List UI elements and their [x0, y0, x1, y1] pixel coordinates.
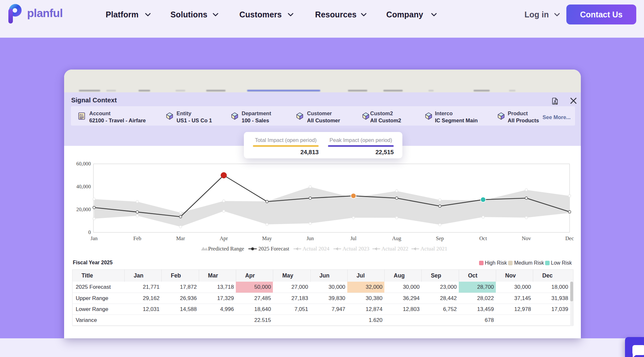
svg-text:Jul: Jul — [350, 235, 357, 241]
svg-text:Oct: Oct — [479, 235, 487, 241]
svg-text:Actual 2023: Actual 2023 — [342, 246, 370, 252]
svg-text:May: May — [262, 235, 272, 241]
svg-text:Actual 2021: Actual 2021 — [420, 246, 447, 252]
svg-text:Sep: Sep — [436, 235, 444, 241]
svg-text:20,000: 20,000 — [76, 206, 91, 212]
svg-text:60,000: 60,000 — [76, 161, 91, 167]
svg-text:Actual 2022: Actual 2022 — [381, 246, 409, 252]
svg-text:Actual 2024: Actual 2024 — [303, 246, 330, 252]
svg-text:Aug: Aug — [392, 235, 401, 241]
svg-text:Mar: Mar — [176, 235, 185, 241]
svg-text:Jun: Jun — [306, 235, 314, 241]
svg-text:Jan: Jan — [91, 235, 98, 241]
svg-text:Feb: Feb — [133, 235, 141, 241]
svg-text:Predicted Range: Predicted Range — [208, 246, 244, 252]
svg-text:40,000: 40,000 — [76, 183, 91, 190]
svg-text:Dec: Dec — [565, 235, 574, 241]
svg-text:2025 Forecast: 2025 Forecast — [258, 246, 289, 252]
svg-text:0: 0 — [88, 229, 91, 235]
svg-text:PDF: PDF — [553, 103, 556, 105]
svg-text:Apr: Apr — [220, 235, 228, 241]
svg-text:Nov: Nov — [522, 235, 531, 241]
